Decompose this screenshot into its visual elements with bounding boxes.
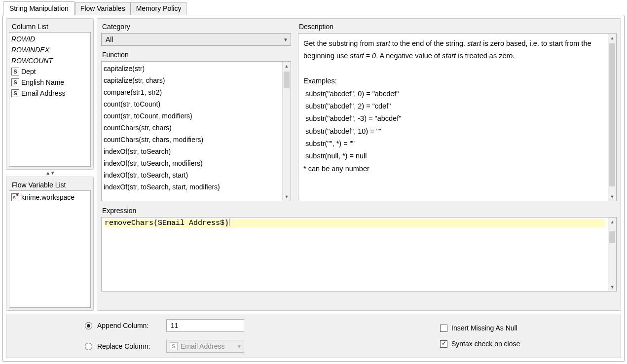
scroll-thumb[interactable] — [609, 43, 615, 186]
flow-var-string-icon: s — [11, 193, 19, 201]
string-type-icon: S — [11, 89, 19, 97]
chevron-down-icon: ▼ — [237, 344, 242, 349]
insert-null-label: Insert Missing As Null — [451, 324, 517, 332]
scroll-thumb[interactable] — [284, 72, 290, 88]
column-name: Email Address — [21, 88, 65, 99]
list-item[interactable]: indexOf(str, toSearch, modifiers) — [104, 157, 280, 169]
insert-null-checkbox[interactable] — [440, 325, 447, 332]
scroll-down-icon[interactable]: ▼ — [608, 283, 616, 291]
function-label: Function — [102, 51, 290, 59]
list-item[interactable]: countChars(str, chars, modifiers) — [104, 134, 280, 146]
string-type-icon: S — [11, 78, 19, 86]
scroll-down-icon[interactable]: ▼ — [283, 192, 291, 201]
description-label: Description — [299, 23, 616, 31]
category-value: All — [106, 36, 113, 43]
list-item[interactable]: s knime.workspace — [11, 192, 88, 203]
append-column-input[interactable] — [166, 319, 244, 332]
column-list-panel: Column List ROWID ROWINDEX ROWCOUNT S De… — [6, 18, 94, 170]
category-function-col: Category All ▼ Function capitalize(str) … — [101, 21, 291, 201]
scroll-thumb[interactable] — [609, 231, 615, 243]
expression-editor[interactable]: removeChars($Email Address$) ▲ ▼ — [101, 217, 617, 291]
description-body: Get the substring from start to the end … — [298, 34, 608, 201]
tab-memory-policy[interactable]: Memory Policy — [131, 2, 187, 15]
tab-content: Column List ROWID ROWINDEX ROWCOUNT S De… — [2, 15, 625, 362]
scrollbar[interactable]: ▲ ▼ — [282, 62, 291, 201]
list-item[interactable]: indexOf(str, toSearch, start, modifiers) — [104, 181, 280, 193]
description-box[interactable]: Get the substring from start to the end … — [298, 33, 617, 201]
scrollbar[interactable]: ▲ ▼ — [608, 34, 616, 201]
dialog-root: String Manipulation Flow Variables Memor… — [0, 0, 627, 364]
list-item[interactable]: ROWINDEX — [11, 44, 88, 55]
scroll-down-icon[interactable]: ▼ — [608, 192, 616, 201]
string-type-icon: S — [11, 68, 19, 75]
syntax-check-checkbox[interactable] — [440, 340, 447, 348]
replace-column-label: Replace Column: — [97, 342, 161, 350]
splitter-handle[interactable]: ▲ ▼ — [6, 171, 94, 175]
tab-flow-variables[interactable]: Flow Variables — [75, 2, 131, 15]
expression-label: Expression — [102, 207, 616, 215]
list-item[interactable]: ROWID — [11, 34, 88, 44]
replace-column-radio[interactable] — [85, 343, 92, 350]
top-row: Category All ▼ Function capitalize(str) … — [101, 21, 617, 201]
upper-area: Column List ROWID ROWINDEX ROWCOUNT S De… — [6, 18, 621, 311]
misc-options: Insert Missing As Null Syntax check on c… — [267, 324, 609, 348]
list-item[interactable]: capitalize(str) — [104, 63, 280, 74]
flow-var-list[interactable]: s knime.workspace — [9, 190, 91, 308]
append-column-radio[interactable] — [85, 322, 92, 329]
append-column-row: Append Column: — [85, 319, 267, 332]
list-item[interactable]: indexOf(str, toSearch, start) — [104, 169, 280, 181]
flow-var-label: Flow Variable List — [12, 181, 90, 189]
list-item[interactable]: capitalize(str, chars) — [104, 74, 280, 86]
list-item[interactable]: S English Name — [11, 77, 88, 88]
string-type-icon: S — [170, 342, 178, 350]
category-dropdown[interactable]: All ▼ — [101, 33, 291, 46]
list-item[interactable]: compare(str1, str2) — [104, 86, 280, 98]
text-cursor — [229, 218, 229, 226]
flow-var-name: knime.workspace — [21, 192, 74, 203]
syntax-check-label: Syntax check on close — [451, 340, 520, 348]
list-item[interactable]: count(str, toCount) — [104, 98, 280, 110]
list-item[interactable]: S Dept — [11, 66, 88, 77]
column-list-label: Column List — [12, 23, 90, 31]
syntax-check-row: Syntax check on close — [440, 340, 609, 348]
output-options: Append Column: Replace Column: S Email A… — [6, 314, 621, 358]
expression-text: removeChars($Email Address$) — [102, 218, 608, 291]
scroll-up-icon[interactable]: ▲ — [283, 62, 291, 70]
list-item[interactable]: S Email Address — [11, 88, 88, 99]
list-item[interactable]: count(str, toCount, modifiers) — [104, 110, 280, 122]
replace-column-dropdown: S Email Address ▼ — [166, 340, 244, 353]
function-list-inner: capitalize(str) capitalize(str, chars) c… — [102, 62, 282, 201]
scrollbar[interactable]: ▲ ▼ — [608, 218, 616, 291]
scroll-up-icon[interactable]: ▲ — [608, 218, 616, 226]
scroll-up-icon[interactable]: ▲ — [608, 34, 616, 42]
right-column: Category All ▼ Function capitalize(str) … — [97, 18, 621, 311]
left-column: Column List ROWID ROWINDEX ROWCOUNT S De… — [6, 18, 94, 311]
list-item[interactable]: ROWCOUNT — [11, 55, 88, 66]
list-item[interactable]: countChars(str, chars) — [104, 122, 280, 134]
chevron-down-icon: ▼ — [281, 34, 290, 45]
description-col: Description Get the substring from start… — [298, 21, 617, 201]
column-name: Dept — [21, 66, 36, 77]
column-name: English Name — [21, 77, 64, 88]
function-list[interactable]: capitalize(str) capitalize(str, chars) c… — [101, 61, 291, 201]
expression-section: Expression removeChars($Email Address$) … — [101, 205, 617, 291]
append-column-label: Append Column: — [97, 322, 161, 329]
output-column-group: Append Column: Replace Column: S Email A… — [85, 319, 267, 353]
tabs-bar: String Manipulation Flow Variables Memor… — [0, 0, 627, 15]
list-item[interactable]: indexOf(str, toSearch) — [104, 146, 280, 157]
insert-null-row: Insert Missing As Null — [440, 324, 609, 332]
column-list[interactable]: ROWID ROWINDEX ROWCOUNT S Dept S English… — [9, 32, 91, 167]
replace-column-value: Email Address — [181, 342, 224, 350]
tab-string-manipulation[interactable]: String Manipulation — [3, 1, 75, 15]
flow-var-panel: Flow Variable List s knime.workspace — [6, 177, 94, 311]
replace-column-row: Replace Column: S Email Address ▼ — [85, 340, 267, 353]
category-label: Category — [102, 23, 290, 31]
